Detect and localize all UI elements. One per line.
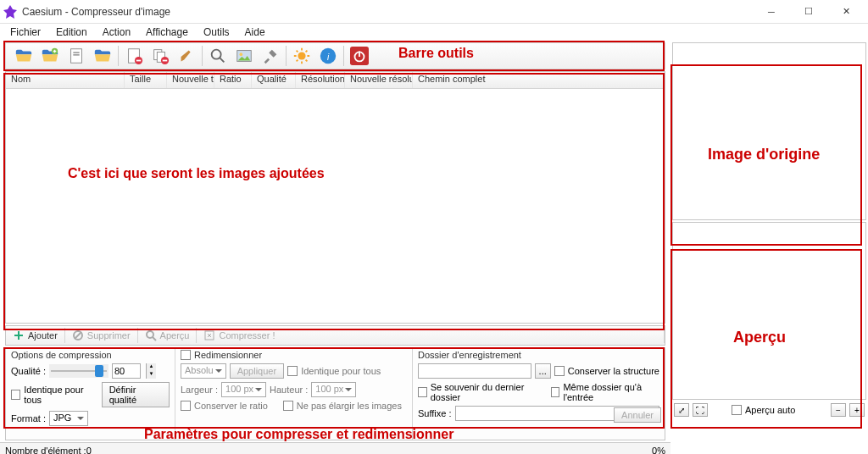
keep-ratio-label: Conserver le ratio [194,401,268,411]
svg-point-18 [147,331,153,338]
col-nouvelle-taille[interactable]: Nouvelle t [167,72,214,88]
power-icon[interactable] [347,44,372,68]
titlebar: Caesium - Compresseur d'image ─ ☐ ✕ [0,0,868,24]
settings-panel: Options de compression Qualité : 80 ▲▼ I… [5,347,665,440]
maximize-button[interactable]: ☐ [790,0,827,24]
compression-group: Options de compression Qualité : 80 ▲▼ I… [6,348,175,440]
format-select[interactable]: JPG [49,411,88,426]
menu-outils[interactable]: Outils [197,25,236,40]
minimize-button[interactable]: ─ [753,0,790,24]
col-qualite[interactable]: Qualité [252,72,296,88]
original-preview [672,42,866,220]
svg-rect-2 [73,52,79,53]
list-header: Nom Taille Nouvelle t Ratio Qualité Réso… [6,72,665,89]
svg-point-12 [298,52,305,59]
apply-resize-button[interactable]: Appliquer [230,363,284,379]
width-input[interactable]: 100 px [221,382,266,397]
same-folder-label: Même dossier qu'à l'entrée [563,382,659,402]
keep-structure-checkbox[interactable] [554,366,565,376]
file-list: Nom Taille Nouvelle t Ratio Qualité Réso… [5,71,665,324]
menu-aide[interactable]: Aide [238,25,272,40]
items-count-label: Nombre d'élément : [5,446,86,455]
auto-preview-checkbox[interactable] [732,405,742,415]
keep-structure-label: Conserver la structure [568,366,659,376]
menu-action[interactable]: Action [96,25,137,40]
define-quality-button[interactable]: Définir qualité [102,382,170,407]
col-ratio[interactable]: Ratio [214,72,252,88]
height-input[interactable]: 100 px [311,382,356,397]
open-files-icon[interactable] [90,44,115,68]
col-chemin[interactable]: Chemin complet [413,72,665,88]
info-icon[interactable]: i [315,44,341,68]
remove-button[interactable]: Supprimer [65,328,138,343]
close-button[interactable]: ✕ [827,0,865,24]
auto-preview-label: Aperçu auto [745,405,795,415]
col-nom[interactable]: Nom [6,72,125,88]
no-enlarge-label: Ne pas élargir les images [297,401,402,411]
col-taille[interactable]: Taille [125,72,167,88]
remember-folder-checkbox[interactable] [418,387,427,397]
same-folder-checkbox[interactable] [551,387,560,397]
menubar: Fichier Edition Action Affichage Outils … [0,24,868,41]
menu-edition[interactable]: Edition [49,25,94,40]
keep-ratio-checkbox[interactable] [181,401,191,411]
menu-fichier[interactable]: Fichier [3,25,47,40]
preview-button[interactable]: Aperçu [138,328,198,343]
save-group: Dossier d'enregistrement ... Conserver l… [413,348,665,440]
tools-icon[interactable] [258,44,283,68]
compression-title: Options de compression [11,350,170,360]
svg-point-11 [240,53,243,56]
new-folder-icon[interactable] [37,44,63,68]
quality-spin[interactable]: 80 [112,363,141,379]
resize-group: Redimensionner Absolu Appliquer Identiqu… [175,348,413,440]
compressed-preview [672,222,866,400]
actual-size-icon[interactable]: ⛶ [693,403,708,417]
suffix-label: Suffixe : [418,408,452,418]
page-icon[interactable] [64,44,89,68]
resize-title: Redimensionner [194,350,262,360]
quality-slider[interactable] [49,364,108,378]
save-folder-input[interactable] [418,363,531,379]
preview-controls: ⤢ ⛶ Aperçu auto − + [672,401,866,418]
open-folder-icon[interactable] [11,44,36,68]
image-icon[interactable] [231,44,257,68]
no-enlarge-checkbox[interactable] [283,401,293,411]
resize-mode-select[interactable]: Absolu [181,363,226,379]
remember-folder-label: Se souvenir du dernier dossier [431,382,540,402]
menu-affichage[interactable]: Affichage [139,25,195,40]
height-label: Hauteur : [270,385,308,395]
plus-icon[interactable]: + [849,403,865,417]
svg-rect-3 [73,54,79,55]
window-title: Caesium - Compresseur d'image [22,6,170,18]
zoom-icon[interactable] [205,44,231,68]
items-count: 0 [86,446,92,455]
col-nouvelle-resolution[interactable]: Nouvelle résolu [345,72,413,88]
forbidden-icon [72,329,84,341]
col-resolution[interactable]: Résolution [296,72,345,88]
resize-same-label: Identique pour tous [301,366,381,376]
resize-same-checkbox[interactable] [287,366,298,376]
brush-icon[interactable] [174,44,199,68]
compress-icon [203,329,215,341]
fit-icon[interactable]: ⤢ [674,403,689,417]
sun-icon[interactable] [289,44,314,68]
toolbar: i [5,42,665,69]
remove-item-icon[interactable] [121,44,147,68]
preview-column: ⤢ ⛶ Aperçu auto − + Image d'origine Aper… [670,41,868,454]
save-title: Dossier d'enregistrement [418,350,659,360]
resize-checkbox[interactable] [181,350,191,360]
format-label: Format : [11,413,46,424]
remove-all-icon[interactable] [147,44,173,68]
cancel-button[interactable]: Annuler [614,407,661,423]
plus-icon [13,329,25,341]
compress-button[interactable]: Compresser ! [197,328,665,343]
app-icon [3,5,17,19]
width-label: Largeur : [181,385,218,395]
minus-icon[interactable]: − [831,403,846,417]
same-quality-checkbox[interactable] [11,390,20,400]
browse-button[interactable]: ... [535,363,551,379]
list-toolbar: Ajouter Supprimer Aperçu Compresser ! [5,325,665,346]
add-button[interactable]: Ajouter [6,328,65,343]
same-quality-label: Identique pour tous [24,385,97,405]
statusbar: Nombre d'élément : 0 0% [0,442,670,454]
